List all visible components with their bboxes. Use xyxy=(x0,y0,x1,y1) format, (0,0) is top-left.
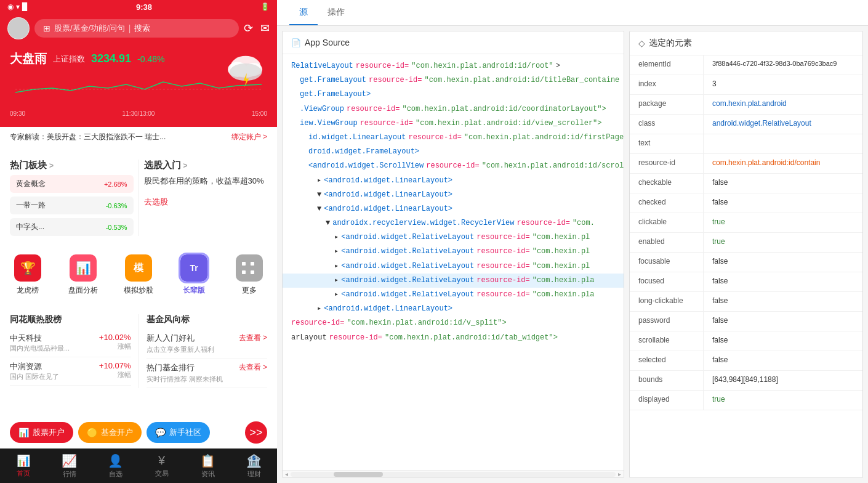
tree-node-11[interactable]: ▼ androidx.recyclerview.widget.RecyclerV… xyxy=(283,216,624,230)
tree-node-15-selected[interactable]: ▸ <android.widget.RelativeLayout resourc… xyxy=(283,274,624,288)
hot-block-item-2[interactable]: 中字头... -0.53% xyxy=(10,218,134,236)
tree-node-8[interactable]: ▸ <android.widget.LinearLayout> xyxy=(283,174,624,188)
attr-12: resource-id= xyxy=(476,232,529,243)
stock-row-1[interactable]: 中润资源 国内 国际在见了 +10.07% 涨幅 xyxy=(10,357,131,386)
nav-finance[interactable]: 🏦 理财 xyxy=(231,448,277,483)
tree-node-9[interactable]: ▼ <android.widget.LinearLayout> xyxy=(283,188,624,202)
scroll-right-icon: ▸ xyxy=(618,471,621,477)
scroll-thumb[interactable] xyxy=(334,472,383,477)
val-0: "com.hexin.plat.android:id/root" xyxy=(411,60,553,72)
hot-blocks-arrow: > xyxy=(49,161,54,170)
tree-node-13[interactable]: ▸ <android.widget.RelativeLayout resourc… xyxy=(283,245,624,259)
tool-moni[interactable]: 模 模拟炒股 xyxy=(111,254,166,296)
avatar[interactable] xyxy=(7,17,30,39)
stock-select-arrow: > xyxy=(183,161,188,170)
prop-text: text xyxy=(630,134,862,154)
fund-row-0[interactable]: 新人入门好礼 点击立享多重新人福利 去查看 > xyxy=(147,329,268,359)
tree-node-3[interactable]: .ViewGroup resource-id= "com.hexin.plat.… xyxy=(283,102,624,116)
scan-icon: ⊞ xyxy=(43,23,50,33)
prop-key-long-clickable: long-clickable xyxy=(630,292,704,311)
tool-longhu[interactable]: 🏆 龙虎榜 xyxy=(0,254,55,296)
stock-subsub-0: 涨幅 xyxy=(99,342,131,351)
nav-home[interactable]: 📊 首页 xyxy=(0,448,46,483)
toggle-14: ▸ xyxy=(334,261,339,272)
refresh-icon[interactable]: ⟳ xyxy=(244,22,253,35)
community-label: 新手社区 xyxy=(169,427,201,438)
tab-source[interactable]: 源 xyxy=(289,0,318,25)
tag-10: <android.widget.LinearLayout> xyxy=(324,203,452,215)
file-icon: 📄 xyxy=(291,38,301,47)
prop-key-password: password xyxy=(630,312,704,331)
market-index-name: 上证指数 xyxy=(53,54,85,65)
val-5: "com.hexin.plat.android:id/firstPage' xyxy=(464,132,624,144)
tree-node-0[interactable]: RelativeLayout resource-id= "com.hexin.p… xyxy=(283,59,624,73)
prop-val-class: android.widget.RelativeLayout xyxy=(704,115,862,134)
stock-account-btn[interactable]: 📊 股票开户 xyxy=(10,422,73,443)
expand-btn[interactable]: >> xyxy=(245,421,267,444)
tree-node-4[interactable]: iew.ViewGroup resource-id= "com.hexin.pl… xyxy=(283,116,624,131)
tree-node-1[interactable]: get.FrameLayout resource-id= "com.hexin.… xyxy=(283,73,624,87)
panmian-icon: 📊 xyxy=(70,254,97,282)
go-select-link[interactable]: 去选股 xyxy=(144,197,268,208)
tag-16: <android.widget.RelativeLayout xyxy=(341,289,474,301)
hot-block-item-0[interactable]: 黄金概念 +2.68% xyxy=(10,175,134,193)
attr-3: resource-id= xyxy=(347,104,400,115)
tab-actions[interactable]: 操作 xyxy=(318,0,355,25)
source-tree[interactable]: RelativeLayout resource-id= "com.hexin.p… xyxy=(283,54,624,470)
nav-market[interactable]: 📈 行情 xyxy=(46,448,92,483)
nav-trade[interactable]: ¥ 交易 xyxy=(139,448,185,483)
community-btn[interactable]: 💬 新手社区 xyxy=(147,422,210,443)
fund-account-label: 基金开户 xyxy=(101,427,133,438)
fund-item-1: 热门基金排行 实时行情推荐 洞察未择机 xyxy=(147,362,223,384)
tree-node-16[interactable]: ▸ <android.widget.RelativeLayout resourc… xyxy=(283,288,624,302)
right-panel: 源 操作 📄 App Source RelativeLayout resourc… xyxy=(277,0,868,483)
hot-block-item-1[interactable]: 一带一路 -0.63% xyxy=(10,197,134,214)
prop-val-elementId: 3f88a446-c720-4f32-98d3-0ba769c3bac9 xyxy=(704,55,862,75)
stock-select-desc: 股民都在用的策略，收益率超30% xyxy=(144,175,268,188)
prop-key-displayed: displayed xyxy=(630,391,704,410)
nav-news[interactable]: 📋 资讯 xyxy=(185,448,231,483)
tree-node-7[interactable]: <android.widget.ScrollView resource-id= … xyxy=(283,159,624,173)
action-bar: 📊 股票开户 🟡 基金开户 💬 新手社区 >> xyxy=(0,416,277,448)
mail-icon[interactable]: ✉ xyxy=(260,22,270,35)
fund-link-1[interactable]: 去查看 > xyxy=(239,362,267,384)
tree-node-17[interactable]: ▸ <android.widget.LinearLayout> xyxy=(283,302,624,316)
time-midday: 11:30/13:00 xyxy=(123,110,155,117)
tool-panmian[interactable]: 📊 盘面分析 xyxy=(55,254,111,296)
prop-key-text: text xyxy=(630,134,704,153)
nav-watchlist[interactable]: 👤 自选 xyxy=(92,448,139,483)
fund-link-0[interactable]: 去查看 > xyxy=(239,333,267,354)
tool-more[interactable]: 更多 xyxy=(222,254,277,296)
fund-indicator: 基金风向标 新人入门好礼 点击立享多重新人福利 去查看 > 热门基金排行 实时行… xyxy=(147,314,268,388)
tree-node-10[interactable]: ▼ <android.widget.LinearLayout> xyxy=(283,202,624,216)
tree-node-18[interactable]: resource-id= "com.hexin.plat.android:id/… xyxy=(283,316,624,330)
properties-panel: ◇ 选定的元素 elementId 3f88a446-c720-4f32-98d… xyxy=(629,31,863,478)
attr-11: resource-id= xyxy=(516,217,569,229)
tag-6: droid.widget.FrameLayout> xyxy=(308,146,419,158)
tree-node-2[interactable]: get.FrameLayout> xyxy=(283,87,624,102)
attr-7: resource-id= xyxy=(426,160,479,172)
source-scrollbar[interactable]: ◂ ▸ xyxy=(283,470,624,477)
tree-node-5[interactable]: id.widget.LinearLayout resource-id= "com… xyxy=(283,131,624,145)
prop-val-checkable: false xyxy=(704,174,862,193)
text-19: arLayout xyxy=(291,332,327,344)
prop-displayed: displayed true xyxy=(630,391,862,410)
tool-changbei[interactable]: Tr 长辈版 xyxy=(166,254,222,296)
tree-node-12[interactable]: ▸ <android.widget.RelativeLayout resourc… xyxy=(283,230,624,245)
tree-node-6[interactable]: droid.widget.FrameLayout> xyxy=(283,145,624,159)
tree-node-14[interactable]: ▸ <android.widget.RelativeLayout resourc… xyxy=(283,259,624,274)
fund-account-icon: 🟡 xyxy=(87,428,97,437)
fund-row-1[interactable]: 热门基金排行 实时行情推荐 洞察未择机 去查看 > xyxy=(147,359,268,388)
tree-node-19[interactable]: arLayout resource-id= "com.hexin.plat.an… xyxy=(283,331,624,345)
stock-row-0[interactable]: 中天科技 国内光电缆品种最... +10.02% 涨幅 xyxy=(10,329,131,357)
prop-index: index 3 xyxy=(630,75,862,95)
status-bar-left: ◉ ▾ ▉ xyxy=(7,2,28,11)
expand-icon: >> xyxy=(249,426,262,439)
bind-account-link[interactable]: 绑定账户 > xyxy=(231,132,267,142)
toggle-10: ▼ xyxy=(317,203,321,215)
panel-tabs: 源 操作 xyxy=(277,0,868,26)
search-input-box[interactable]: ⊞ 股票/基金/功能/问句 | 搜索 xyxy=(34,19,239,38)
prop-scrollable: scrollable false xyxy=(630,331,862,351)
search-actions: ⟳ ✉ xyxy=(244,22,270,35)
fund-account-btn[interactable]: 🟡 基金开户 xyxy=(78,422,142,443)
